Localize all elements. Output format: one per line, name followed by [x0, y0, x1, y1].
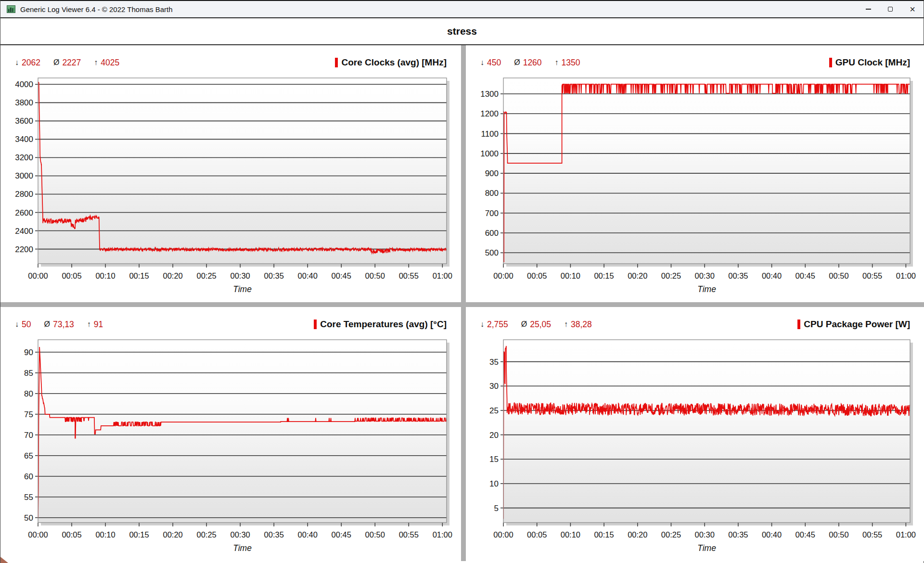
stat-max: ↑38,28 — [564, 320, 592, 330]
svg-text:35: 35 — [489, 358, 499, 367]
svg-text:00:25: 00:25 — [196, 271, 216, 280]
svg-text:00:45: 00:45 — [796, 271, 815, 280]
stat-min: ↓50 — [15, 320, 31, 330]
svg-text:01:00: 01:00 — [896, 271, 916, 280]
legend-core-temps: Core Temperatures (avg) [°C] — [314, 319, 447, 330]
stat-avg: Ø1260 — [514, 58, 541, 68]
avg-diameter-icon: Ø — [53, 58, 59, 67]
svg-text:00:50: 00:50 — [829, 530, 848, 539]
svg-text:00:25: 00:25 — [661, 271, 681, 280]
svg-text:00:35: 00:35 — [728, 271, 748, 280]
min-arrow-icon: ↓ — [480, 320, 484, 329]
stat-max: ↑91 — [87, 320, 103, 330]
stats-row: ↓50 Ø73,13 ↑91 — [15, 320, 116, 330]
svg-text:00:35: 00:35 — [264, 271, 284, 280]
svg-text:00:15: 00:15 — [594, 271, 614, 280]
svg-text:00:30: 00:30 — [231, 530, 250, 539]
svg-text:3000: 3000 — [15, 171, 33, 180]
svg-text:Time: Time — [697, 284, 716, 294]
svg-text:65: 65 — [24, 451, 33, 461]
chart-panel-core-temps: ↓50 Ø73,13 ↑91 Core Temperatures (avg) [… — [0, 307, 461, 561]
svg-text:700: 700 — [485, 209, 499, 218]
legend-core-clocks: Core Clocks (avg) [MHz] — [335, 57, 447, 68]
svg-text:50: 50 — [24, 513, 33, 523]
svg-text:00:55: 00:55 — [399, 271, 419, 280]
legend-color-bar — [829, 58, 832, 67]
legend-gpu-clock: GPU Clock [MHz] — [829, 57, 910, 68]
svg-text:3400: 3400 — [15, 135, 33, 144]
panel-header: ↓2062 Ø2227 ↑4025 Core Clocks (avg) [MHz… — [0, 45, 461, 69]
chart-canvas-cpu-power[interactable]: 510152025303500:0000:0500:1000:1500:2000… — [466, 331, 924, 561]
svg-text:90: 90 — [24, 348, 33, 357]
legend-color-bar — [335, 58, 338, 67]
app-logo-icon — [6, 5, 16, 13]
svg-text:15: 15 — [489, 455, 499, 464]
log-title-bar: stress — [0, 18, 924, 45]
svg-text:00:10: 00:10 — [561, 271, 580, 280]
svg-text:1100: 1100 — [481, 129, 499, 139]
panel-header: ↓2,755 Ø25,05 ↑38,28 CPU Package Power [… — [466, 307, 924, 331]
stat-avg: Ø25,05 — [521, 320, 551, 330]
stat-min: ↓2062 — [15, 58, 40, 68]
svg-text:900: 900 — [485, 169, 499, 178]
svg-text:00:55: 00:55 — [862, 271, 882, 280]
minimize-button[interactable] — [857, 1, 879, 17]
svg-text:00:05: 00:05 — [62, 530, 81, 539]
page-title: stress — [447, 26, 477, 37]
avg-diameter-icon: Ø — [514, 58, 520, 67]
stat-min: ↓450 — [480, 58, 501, 68]
svg-text:00:05: 00:05 — [527, 271, 547, 280]
svg-text:00:25: 00:25 — [196, 530, 216, 539]
svg-text:Time: Time — [233, 284, 252, 294]
svg-text:00:40: 00:40 — [298, 271, 318, 280]
svg-text:Time: Time — [233, 543, 252, 553]
min-arrow-icon: ↓ — [480, 58, 484, 67]
svg-text:00:55: 00:55 — [399, 530, 419, 539]
svg-text:3200: 3200 — [15, 153, 33, 162]
chart-canvas-gpu-clock[interactable]: 500600700800900100011001200130000:0000:0… — [466, 69, 924, 302]
chart-canvas-core-clocks[interactable]: 2200240026002800300032003400360038004000… — [0, 69, 461, 302]
min-arrow-icon: ↓ — [15, 320, 19, 329]
svg-text:00:15: 00:15 — [129, 530, 149, 539]
stat-min: ↓2,755 — [480, 320, 508, 330]
title-bar[interactable]: Generic Log Viewer 6.4 - © 2022 Thomas B… — [0, 0, 924, 18]
legend-color-bar — [314, 320, 317, 329]
svg-text:600: 600 — [485, 229, 499, 238]
svg-text:3800: 3800 — [15, 98, 33, 107]
avg-diameter-icon: Ø — [44, 320, 50, 329]
svg-text:00:45: 00:45 — [796, 530, 815, 539]
svg-text:01:00: 01:00 — [896, 530, 916, 539]
max-arrow-icon: ↑ — [564, 320, 568, 329]
svg-text:00:20: 00:20 — [628, 271, 647, 280]
svg-text:00:05: 00:05 — [62, 271, 81, 280]
svg-text:00:50: 00:50 — [365, 271, 385, 280]
min-arrow-icon: ↓ — [15, 58, 19, 67]
chart-canvas-core-temps[interactable]: 50556065707580859000:0000:0500:1000:1500… — [0, 331, 461, 561]
svg-text:00:50: 00:50 — [365, 530, 385, 539]
svg-text:2800: 2800 — [15, 190, 33, 199]
chart-panel-gpu-clock: ↓450 Ø1260 ↑1350 GPU Clock [MHz] 5006007… — [466, 45, 924, 302]
svg-text:00:35: 00:35 — [264, 530, 284, 539]
svg-text:10: 10 — [489, 479, 499, 488]
svg-text:70: 70 — [24, 431, 33, 440]
maximize-icon — [888, 7, 893, 12]
svg-text:00:35: 00:35 — [728, 530, 748, 539]
svg-text:5: 5 — [494, 504, 499, 513]
svg-text:00:40: 00:40 — [762, 530, 782, 539]
close-icon: × — [910, 4, 915, 14]
max-arrow-icon: ↑ — [94, 58, 98, 67]
svg-text:1200: 1200 — [480, 109, 499, 118]
stat-max: ↑4025 — [94, 58, 119, 68]
max-arrow-icon: ↑ — [555, 58, 559, 67]
close-button[interactable]: × — [901, 1, 924, 17]
stat-max: ↑1350 — [555, 58, 580, 68]
svg-text:00:40: 00:40 — [298, 530, 318, 539]
svg-text:01:00: 01:00 — [433, 271, 452, 280]
maximize-button[interactable] — [879, 1, 901, 17]
max-arrow-icon: ↑ — [87, 320, 91, 329]
svg-text:20: 20 — [489, 431, 499, 440]
svg-text:00:10: 00:10 — [95, 271, 115, 280]
svg-text:2600: 2600 — [15, 208, 33, 218]
svg-text:1000: 1000 — [480, 149, 499, 158]
svg-text:2400: 2400 — [15, 227, 33, 236]
